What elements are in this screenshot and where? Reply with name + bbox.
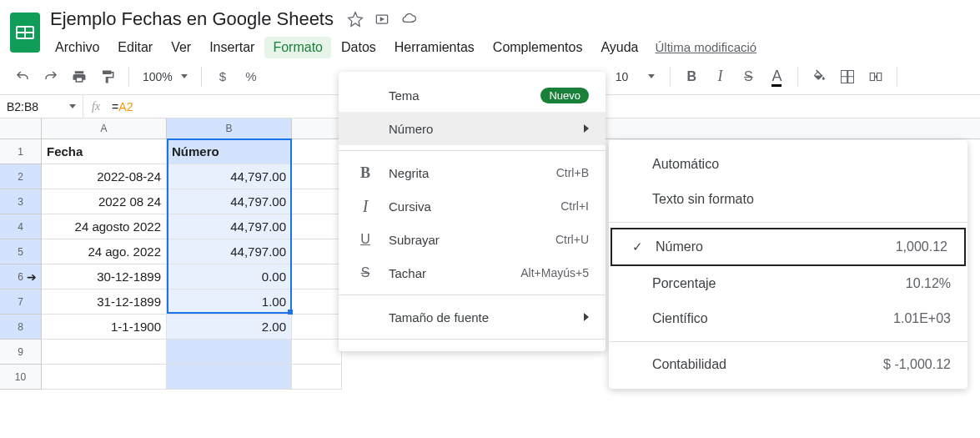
move-icon[interactable] xyxy=(374,11,390,28)
merge-button[interactable] xyxy=(863,64,888,89)
row-header-8[interactable]: 8 xyxy=(0,315,42,340)
number-submenu-dropdown: Automático Texto sin formato ✓ Número 1,… xyxy=(609,140,967,389)
number-contabilidad[interactable]: Contabilidad $ -1,000.12 xyxy=(609,347,967,382)
star-icon[interactable] xyxy=(347,11,364,28)
menu-herramientas[interactable]: Herramientas xyxy=(386,37,483,58)
paint-format-icon[interactable] xyxy=(95,64,120,89)
row-header-10[interactable]: 10 xyxy=(0,365,42,390)
row-header-3[interactable]: 3 xyxy=(0,189,42,214)
name-box[interactable]: B2:B8 xyxy=(0,95,83,118)
cell-a7[interactable]: 31-12-1899 xyxy=(42,289,167,315)
menu-complementos[interactable]: Complementos xyxy=(485,37,591,58)
format-subrayar[interactable]: U Subrayar Ctrl+U xyxy=(339,223,606,256)
format-tema[interactable]: Tema Nuevo xyxy=(339,78,606,112)
row-header-9[interactable]: 9 xyxy=(0,340,42,365)
number-numero[interactable]: ✓ Número 1,000.12 xyxy=(611,228,966,266)
column-header-a[interactable]: A xyxy=(42,118,167,138)
fill-color-button[interactable] xyxy=(807,64,832,89)
cell-b8[interactable]: 2.00 xyxy=(167,315,292,340)
number-texto[interactable]: Texto sin formato xyxy=(609,182,967,217)
cell-c3[interactable] xyxy=(292,189,342,214)
menu-formato[interactable]: Formato xyxy=(264,37,331,58)
cell-c4[interactable] xyxy=(292,214,342,239)
menu-archivo[interactable]: Archivo xyxy=(47,37,108,58)
cell-a2[interactable]: 2022-08-24 xyxy=(42,164,167,189)
nuevo-badge: Nuevo xyxy=(540,88,589,103)
menu-datos[interactable]: Datos xyxy=(333,37,384,58)
cell-c10[interactable] xyxy=(292,365,342,390)
bold-button[interactable]: B xyxy=(679,64,704,89)
column-header-b[interactable]: B xyxy=(167,118,292,138)
titlebar: Ejemplo Fechas en Google Sheets Archivo … xyxy=(0,0,980,58)
zoom-select[interactable]: 100% xyxy=(138,70,193,83)
document-title[interactable]: Ejemplo Fechas en Google Sheets xyxy=(47,7,337,32)
italic-icon: I xyxy=(355,197,375,216)
menu-separator xyxy=(339,339,606,340)
menu-insertar[interactable]: Insertar xyxy=(201,37,263,58)
cell-b2[interactable]: 44,797.00 xyxy=(167,164,292,189)
cell-a5[interactable]: 24 ago. 2022 xyxy=(42,239,167,264)
cell-c2[interactable] xyxy=(292,164,342,189)
last-modified-link[interactable]: Última modificació xyxy=(649,37,764,58)
cell-b10[interactable] xyxy=(167,365,292,390)
underline-icon: U xyxy=(355,232,375,247)
menu-ayuda[interactable]: Ayuda xyxy=(592,37,646,58)
row-header-7[interactable]: 7 xyxy=(0,289,42,315)
menubar: Archivo Editar Ver Insertar Formato Dato… xyxy=(47,33,763,58)
strikethrough-icon: S xyxy=(355,265,375,280)
strikethrough-button[interactable]: S xyxy=(736,64,761,89)
number-porcentaje[interactable]: Porcentaje 10.12% xyxy=(609,266,967,301)
cell-c7[interactable] xyxy=(292,289,342,315)
cell-b3[interactable]: 44,797.00 xyxy=(167,189,292,214)
column-header-c[interactable] xyxy=(292,118,342,138)
format-tachar[interactable]: S Tachar Alt+Mayús+5 xyxy=(339,256,606,289)
cell-b4[interactable]: 44,797.00 xyxy=(167,214,292,239)
menu-separator xyxy=(609,222,967,223)
cell-c1[interactable] xyxy=(292,139,342,164)
bold-icon: B xyxy=(355,164,375,182)
borders-button[interactable] xyxy=(835,64,860,89)
formula-input[interactable]: =A2 xyxy=(108,100,136,113)
cell-c9[interactable] xyxy=(292,340,342,365)
cell-a10[interactable] xyxy=(42,365,167,390)
row-header-2[interactable]: 2 xyxy=(0,164,42,189)
row-header-4[interactable]: 4 xyxy=(0,214,42,239)
format-tamano-fuente[interactable]: Tamaño de fuente xyxy=(339,300,606,334)
format-cursiva[interactable]: I Cursiva Ctrl+I xyxy=(339,189,606,223)
cloud-icon[interactable] xyxy=(400,11,417,28)
cell-a8[interactable]: 1-1-1900 xyxy=(42,315,167,340)
number-cientifico[interactable]: Científico 1.01E+03 xyxy=(609,301,967,336)
cell-b1[interactable]: Número xyxy=(167,139,292,164)
cell-a9[interactable] xyxy=(42,340,167,365)
cell-c6[interactable] xyxy=(292,264,342,289)
select-all-corner[interactable] xyxy=(0,118,42,138)
cell-a4[interactable]: 24 agosto 2022 xyxy=(42,214,167,239)
redo-icon[interactable] xyxy=(38,64,63,89)
cell-b6[interactable]: 0.00 xyxy=(167,264,292,289)
cell-a3[interactable]: 2022 08 24 xyxy=(42,189,167,214)
currency-button[interactable]: $ xyxy=(210,64,235,89)
cell-c8[interactable] xyxy=(292,315,342,340)
row-header-1[interactable]: 1 xyxy=(0,139,42,164)
font-size-select[interactable]: 10 xyxy=(609,70,662,83)
cell-b7[interactable]: 1.00 xyxy=(167,289,292,315)
menu-ver[interactable]: Ver xyxy=(163,37,199,58)
italic-button[interactable]: I xyxy=(707,64,732,89)
number-automatico[interactable]: Automático xyxy=(609,147,967,182)
cell-a1[interactable]: Fecha xyxy=(42,139,167,164)
cell-b9[interactable] xyxy=(167,340,292,365)
sheets-logo[interactable] xyxy=(10,13,40,53)
cell-a6[interactable]: 30-12-1899 xyxy=(42,264,167,289)
row-header-5[interactable]: 5 xyxy=(0,239,42,264)
print-icon[interactable] xyxy=(67,64,92,89)
cell-b5[interactable]: 44,797.00 xyxy=(167,239,292,264)
format-numero[interactable]: Número xyxy=(339,112,606,145)
fx-icon: fx xyxy=(83,100,108,113)
format-negrita[interactable]: B Negrita Ctrl+B xyxy=(339,156,606,189)
undo-icon[interactable] xyxy=(10,64,35,89)
percent-button[interactable]: % xyxy=(239,64,264,89)
menu-editar[interactable]: Editar xyxy=(109,37,161,58)
row-header-6[interactable]: 6➔ xyxy=(0,264,42,289)
text-color-button[interactable]: A xyxy=(764,64,789,89)
cell-c5[interactable] xyxy=(292,239,342,264)
